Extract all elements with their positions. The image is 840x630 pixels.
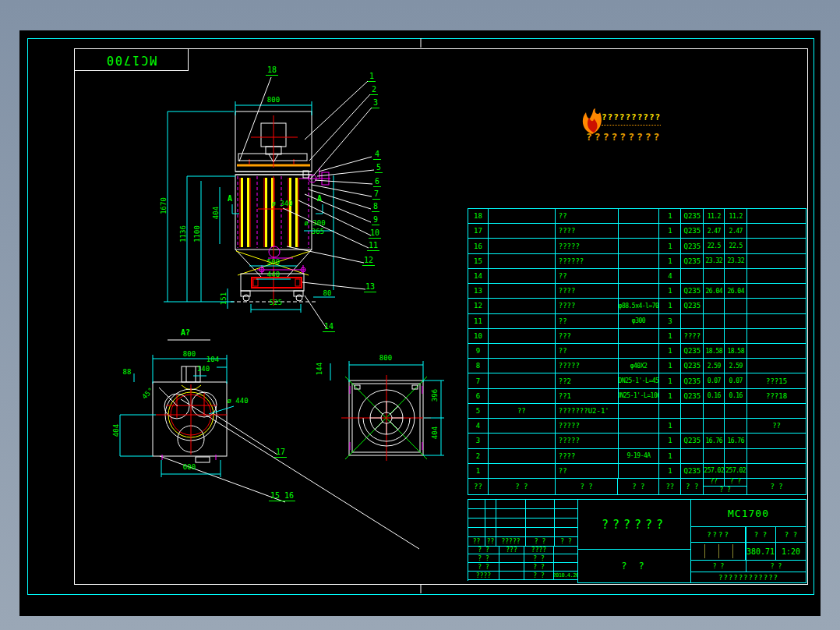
parts-cell-spec: [619, 464, 660, 479]
parts-cell-seq: 1: [468, 464, 489, 479]
parts-cell-material: Q235: [681, 209, 704, 224]
parts-cell-code: [489, 449, 556, 464]
parts-cell-remark: ???18: [747, 389, 806, 404]
weight-value: 380.71: [745, 542, 776, 561]
parts-cell-tw: 22.5: [725, 239, 747, 253]
parts-table-row: 3?????1Q23516.7616.76: [468, 434, 806, 448]
parts-cell-code: [489, 299, 556, 313]
dimension-label: 800: [379, 355, 392, 362]
parts-cell-remark: [747, 344, 806, 359]
parts-cell-name: ????: [556, 284, 619, 299]
parts-cell-spec: [619, 284, 660, 299]
parts-cell-code: [489, 464, 556, 479]
dimension-label: 404: [213, 207, 220, 219]
parts-cell-qty: 1: [659, 464, 681, 479]
parts-table-row: 16?????1Q23522.522.5: [468, 239, 806, 253]
parts-cell-tw: [725, 299, 747, 313]
dimension-label: 365: [312, 228, 324, 235]
parts-cell-seq: 4: [468, 419, 489, 434]
parts-cell-uw: 16.76: [704, 434, 725, 448]
parts-cell-material: [681, 419, 704, 434]
parts-cell-qty: [659, 404, 681, 419]
dimension-label: 500: [267, 259, 280, 266]
dimension-label: 151: [221, 292, 228, 305]
parts-cell-remark: [747, 299, 806, 313]
parts-cell-qty: 1: [659, 209, 681, 224]
parts-cell-spec: [619, 404, 660, 419]
callout-label: 11: [367, 242, 379, 251]
cad-viewer-page: MC1700: [0, 0, 840, 630]
parts-cell-tw: 0.16: [725, 389, 747, 404]
parts-cell-seq: 11: [468, 314, 489, 329]
sig-craft: ? ?: [468, 563, 499, 572]
parts-cell-seq: 17: [468, 224, 489, 239]
parts-table-row: 9??1Q23518.5818.58: [468, 344, 806, 359]
callout-label: 1: [368, 73, 376, 82]
parts-cell-qty: 1: [659, 254, 681, 269]
parts-cell-qty: 4: [659, 269, 681, 284]
parts-cell-tw: [725, 449, 747, 464]
parts-cell-tw: [725, 269, 747, 284]
section-label: A?: [181, 329, 190, 337]
parts-cell-code: [489, 434, 556, 448]
parts-cell-material: Q235: [681, 254, 704, 269]
dimension-label: 104: [206, 356, 219, 363]
parts-cell-spec: [619, 419, 660, 434]
parts-cell-qty: 1: [659, 224, 681, 239]
sig-std: ???: [499, 546, 524, 554]
parts-cell-tw: 26.04: [725, 284, 747, 299]
parts-cell-code: [489, 389, 556, 404]
parts-cell-uw: 11.2: [704, 209, 725, 224]
header-weight-span: ? ?: [704, 487, 746, 494]
parts-cell-uw: 0.16: [704, 389, 725, 404]
callout-label: 15 16: [269, 492, 295, 501]
parts-cell-remark: [747, 209, 806, 224]
parts-table-row: 11??φ3003: [468, 314, 806, 329]
parts-cell-remark: [747, 329, 806, 344]
parts-cell-material: Q235: [681, 359, 704, 373]
parts-cell-seq: 8: [468, 359, 489, 373]
parts-cell-qty: 1: [659, 329, 681, 344]
product-subtitle: ? ?: [577, 549, 691, 583]
sig-design: ? ?: [468, 546, 499, 554]
header-total-weight: ? ?: [725, 478, 746, 486]
parts-cell-code: [489, 239, 556, 253]
section-label: A: [228, 195, 232, 203]
parts-cell-qty: 1: [659, 449, 681, 464]
parts-cell-seq: 5: [468, 404, 489, 419]
callout-label: 9: [372, 216, 379, 225]
product-name: ??????: [577, 499, 691, 550]
parts-cell-code: [489, 284, 556, 299]
callout-label: 6: [373, 178, 381, 187]
parts-cell-material: [681, 404, 704, 419]
parts-table-row: 17????1Q2352.472.47: [468, 224, 806, 239]
parts-cell-spec: φ88.5x4-l=70: [619, 299, 660, 313]
parts-cell-tw: [725, 419, 747, 434]
callout-label: 18: [266, 66, 278, 76]
dimension-label: 396: [432, 389, 439, 402]
parts-cell-tw: [725, 314, 747, 329]
parts-cell-code: [489, 254, 556, 269]
parts-cell-material: [681, 314, 704, 329]
parts-cell-tw: 2.47: [725, 224, 747, 239]
parts-cell-uw: [704, 329, 725, 344]
header-qty: ??: [659, 478, 681, 494]
parts-cell-uw: 26.04: [704, 284, 725, 299]
parts-cell-qty: 3: [659, 314, 681, 329]
parts-table-row: 7??2DN25-1'-L=451Q2350.070.07???15: [468, 373, 806, 388]
parts-cell-name: ??: [556, 464, 619, 479]
parts-cell-material: [681, 269, 704, 284]
parts-cell-remark: [747, 404, 806, 419]
parts-cell-tw: [725, 404, 747, 419]
parts-cell-qty: 1: [659, 359, 681, 373]
parts-cell-spec: [619, 239, 660, 253]
parts-table-row: 15??????1Q23523.3223.32: [468, 254, 806, 269]
parts-cell-remark: [747, 449, 806, 464]
parts-cell-code: [489, 344, 556, 359]
parts-cell-qty: 1: [659, 389, 681, 404]
parts-cell-name: ????: [556, 224, 619, 239]
parts-cell-seq: 14: [468, 269, 489, 284]
parts-cell-spec: DN25-1'-L=45: [619, 373, 660, 388]
parts-cell-material: ????: [681, 329, 704, 344]
callout-label: 17: [274, 448, 287, 458]
